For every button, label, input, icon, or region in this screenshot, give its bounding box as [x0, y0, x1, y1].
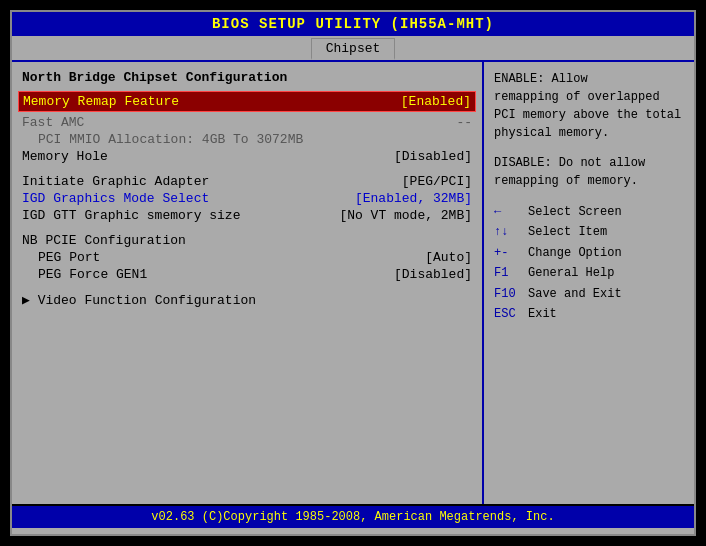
nav-key-f10: F10	[494, 284, 522, 304]
footer: v02.63 (C)Copyright 1985-2008, American …	[12, 504, 694, 528]
row-pci-mmio: PCI MMIO Allocation: 4GB To 3072MB	[22, 131, 472, 148]
row-igd-gtt[interactable]: IGD GTT Graphic smemory size [No VT mode…	[22, 207, 472, 224]
nav-row-screen: ← Select Screen	[494, 202, 684, 222]
row-nb-pcie-title: NB PCIE Configuration	[22, 232, 472, 249]
nav-action-option: Change Option	[528, 243, 622, 263]
row-memory-remap-label: Memory Remap Feature	[23, 94, 179, 109]
tab-bar: Chipset	[12, 36, 694, 60]
outer-border: BIOS SETUP UTILITY (IH55A-MHT) Chipset N…	[0, 0, 706, 546]
nav-key-option: +-	[494, 243, 522, 263]
help-disable-section: DISABLE: Do not allow remapping of memor…	[494, 154, 684, 190]
row-video-function[interactable]: ▶ Video Function Configuration	[22, 291, 472, 309]
nav-key-esc: ESC	[494, 304, 522, 324]
nav-action-f10: Save and Exit	[528, 284, 622, 304]
footer-text: v02.63 (C)Copyright 1985-2008, American …	[151, 510, 554, 524]
nav-action-f1: General Help	[528, 263, 614, 283]
nav-row-item: ↑↓ Select Item	[494, 222, 684, 242]
row-igd-graphics[interactable]: IGD Graphics Mode Select [Enabled, 32MB]	[22, 190, 472, 207]
nav-row-f10: F10 Save and Exit	[494, 284, 684, 304]
spacer-3	[22, 283, 472, 291]
help-enable-section: ENABLE: Allow remapping of overlapped PC…	[494, 70, 684, 142]
row-memory-remap[interactable]: Memory Remap Feature [Enabled]	[18, 91, 476, 112]
left-panel: North Bridge Chipset Configuration Memor…	[12, 62, 484, 504]
row-memory-hole[interactable]: Memory Hole [Disabled]	[22, 148, 472, 165]
nav-key-item: ↑↓	[494, 222, 522, 242]
tab-chipset[interactable]: Chipset	[311, 38, 396, 60]
right-panel: ENABLE: Allow remapping of overlapped PC…	[484, 62, 694, 504]
title-bar: BIOS SETUP UTILITY (IH55A-MHT)	[12, 12, 694, 36]
main-content: North Bridge Chipset Configuration Memor…	[12, 60, 694, 504]
spacer-2	[22, 224, 472, 232]
row-graphic-adapter[interactable]: Initiate Graphic Adapter [PEG/PCI]	[22, 173, 472, 190]
nav-row-esc: ESC Exit	[494, 304, 684, 324]
row-peg-force-gen1[interactable]: PEG Force GEN1 [Disabled]	[22, 266, 472, 283]
nav-action-screen: Select Screen	[528, 202, 622, 222]
help-enable-title: ENABLE: Allow remapping of overlapped PC…	[494, 70, 684, 142]
row-memory-remap-value: [Enabled]	[401, 94, 471, 109]
nav-action-item: Select Item	[528, 222, 607, 242]
nav-row-f1: F1 General Help	[494, 263, 684, 283]
row-peg-port[interactable]: PEG Port [Auto]	[22, 249, 472, 266]
help-disable-title: DISABLE: Do not allow remapping of memor…	[494, 154, 684, 190]
title-text: BIOS SETUP UTILITY (IH55A-MHT)	[212, 16, 494, 32]
nav-key-screen: ←	[494, 202, 522, 222]
spacer-1	[22, 165, 472, 173]
section-title: North Bridge Chipset Configuration	[22, 70, 472, 85]
nav-action-esc: Exit	[528, 304, 557, 324]
nav-key-f1: F1	[494, 263, 522, 283]
row-fast-amc: Fast AMC --	[22, 114, 472, 131]
nav-row-option: +- Change Option	[494, 243, 684, 263]
nav-help: ← Select Screen ↑↓ Select Item +- Change…	[494, 202, 684, 324]
bios-screen: BIOS SETUP UTILITY (IH55A-MHT) Chipset N…	[10, 10, 696, 536]
